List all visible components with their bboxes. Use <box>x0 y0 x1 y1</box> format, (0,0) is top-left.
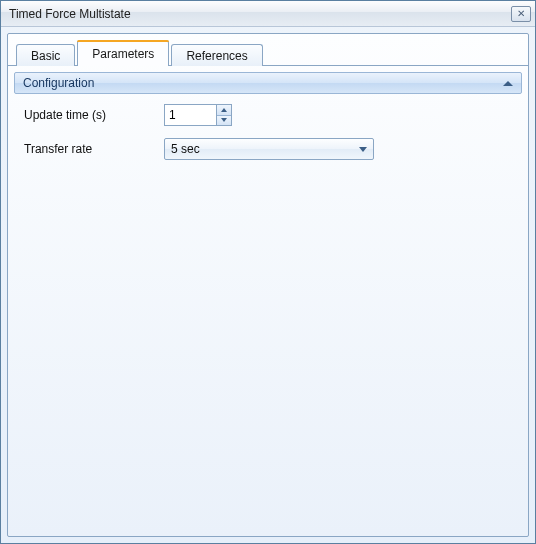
spin-down-button[interactable] <box>217 116 231 126</box>
chevron-up-icon <box>221 108 227 112</box>
label-update-time: Update time (s) <box>24 108 164 122</box>
section-title: Configuration <box>23 76 94 90</box>
tabstrip: Basic Parameters References <box>16 38 265 66</box>
chevron-down-icon <box>359 147 367 152</box>
transfer-rate-dropdown[interactable]: 5 sec <box>164 138 374 160</box>
tab-parameters-label: Parameters <box>92 47 154 61</box>
close-button[interactable]: ✕ <box>511 6 531 22</box>
close-icon: ✕ <box>517 9 525 19</box>
tab-parameters[interactable]: Parameters <box>77 40 169 66</box>
tab-basic-label: Basic <box>31 49 60 63</box>
tab-references[interactable]: References <box>171 44 262 66</box>
window-title: Timed Force Multistate <box>9 7 131 21</box>
collapse-up-icon <box>503 81 513 86</box>
titlebar: Timed Force Multistate ✕ <box>1 1 535 27</box>
row-update-time: Update time (s) <box>24 104 512 126</box>
row-transfer-rate: Transfer rate 5 sec <box>24 138 512 160</box>
chevron-down-icon <box>221 118 227 122</box>
transfer-rate-value: 5 sec <box>171 142 200 156</box>
update-time-input[interactable] <box>164 104 216 126</box>
tab-basic[interactable]: Basic <box>16 44 75 66</box>
client-area: Basic Parameters References Configuratio… <box>7 33 529 537</box>
label-transfer-rate: Transfer rate <box>24 142 164 156</box>
section-header-configuration[interactable]: Configuration <box>14 72 522 94</box>
spin-up-button[interactable] <box>217 105 231 116</box>
update-time-stepper <box>164 104 232 126</box>
tab-page-parameters: Configuration Update time (s) Transfer <box>8 65 528 535</box>
tab-references-label: References <box>186 49 247 63</box>
update-time-spinner <box>216 104 232 126</box>
dialog-window: Timed Force Multistate ✕ Basic Parameter… <box>0 0 536 544</box>
section-body: Update time (s) Transfer rate 5 sec <box>14 94 522 182</box>
